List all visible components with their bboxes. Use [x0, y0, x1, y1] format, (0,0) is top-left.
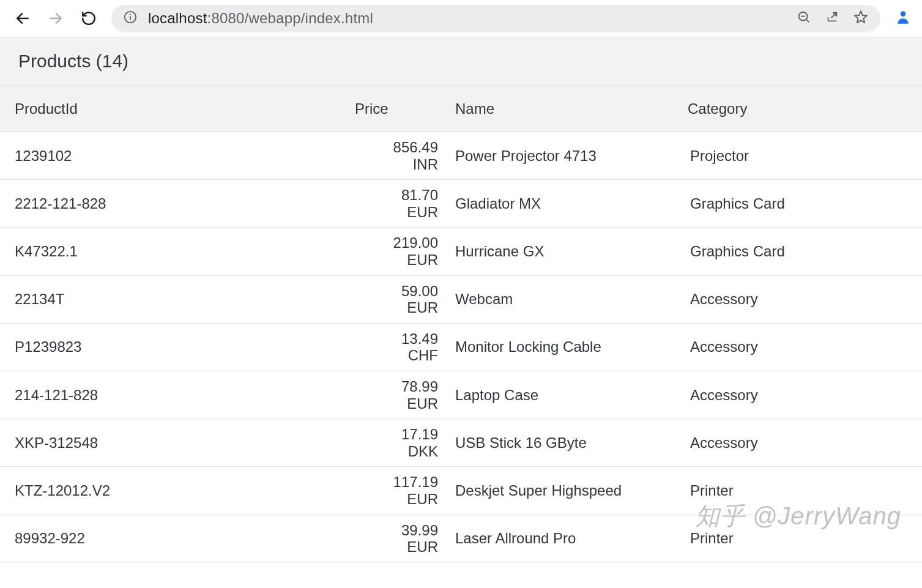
address-bar-actions — [797, 10, 868, 27]
cell-price: 13.49 CHF — [345, 330, 443, 364]
profile-icon[interactable] — [895, 8, 911, 29]
table-row[interactable]: K47322.1219.00 EURHurricane GXGraphics C… — [0, 228, 922, 275]
cell-productid: 2212-121-828 — [15, 195, 345, 212]
products-table: ProductId Price Name Category 1239102856… — [0, 86, 922, 563]
forward-button[interactable] — [48, 10, 64, 26]
cell-name: Power Projector 4713 — [443, 147, 688, 165]
cell-name: Monitor Locking Cable — [443, 338, 688, 355]
cell-name: Laptop Case — [443, 387, 688, 404]
cell-price: 78.99 EUR — [345, 378, 443, 412]
cell-productid: 22134T — [15, 291, 345, 308]
cell-name: Webcam — [443, 291, 688, 308]
page-title: Products (14) — [18, 51, 904, 72]
table-header-row: ProductId Price Name Category — [0, 86, 922, 132]
cell-price: 17.19 DKK — [345, 426, 443, 460]
cell-productid: KTZ-12012.V2 — [15, 482, 345, 499]
cell-name: Hurricane GX — [443, 243, 688, 260]
address-bar[interactable]: localhost:8080/webapp/index.html — [111, 5, 880, 32]
table-row[interactable]: P123982313.49 CHFMonitor Locking CableAc… — [0, 324, 922, 371]
cell-category: Accessory — [688, 291, 907, 308]
cell-category: Projector — [688, 147, 907, 165]
cell-category: Accessory — [688, 434, 907, 452]
back-button[interactable] — [15, 10, 31, 26]
cell-productid: XKP-312548 — [15, 434, 345, 452]
cell-price: 81.70 EUR — [345, 187, 443, 220]
url-port: :8080 — [207, 10, 245, 26]
url-path: /webapp/index.html — [245, 10, 373, 26]
cell-price: 39.99 EUR — [345, 522, 443, 556]
cell-name: USB Stick 16 GByte — [443, 434, 688, 452]
svg-point-9 — [901, 11, 906, 17]
reload-button[interactable] — [81, 10, 97, 26]
table-row[interactable]: 89932-92239.99 EURLaser Allround ProPrin… — [0, 515, 922, 563]
cell-productid: 214-121-828 — [15, 387, 345, 404]
page-header: Products (14) — [0, 37, 922, 86]
cell-productid: K47322.1 — [15, 243, 345, 260]
cell-productid: P1239823 — [15, 338, 345, 355]
cell-category: Printer — [688, 530, 907, 547]
cell-category: Accessory — [688, 338, 907, 355]
svg-marker-8 — [855, 11, 867, 23]
browser-toolbar: localhost:8080/webapp/index.html — [0, 0, 922, 37]
col-header-name[interactable]: Name — [443, 100, 688, 117]
cell-category: Printer — [688, 482, 907, 499]
col-header-productid[interactable]: ProductId — [15, 100, 345, 117]
table-row[interactable]: XKP-31254817.19 DKKUSB Stick 16 GByteAcc… — [0, 419, 922, 467]
table-row[interactable]: 2212-121-82881.70 EURGladiator MXGraphic… — [0, 180, 922, 228]
svg-line-6 — [806, 20, 809, 23]
cell-price: 59.00 EUR — [345, 283, 443, 316]
cell-name: Laser Allround Pro — [443, 530, 688, 547]
col-header-price[interactable]: Price — [345, 100, 443, 117]
cell-price: 117.19 EUR — [345, 474, 443, 507]
url-text: localhost:8080/webapp/index.html — [148, 10, 786, 27]
bookmark-star-icon[interactable] — [853, 10, 868, 27]
cell-category: Accessory — [688, 387, 907, 404]
cell-name: Gladiator MX — [443, 195, 688, 212]
cell-productid: 1239102 — [15, 147, 345, 165]
cell-category: Graphics Card — [688, 195, 907, 212]
cell-price: 856.49 INR — [345, 139, 443, 173]
zoom-out-icon[interactable] — [797, 10, 811, 26]
nav-button-group — [9, 10, 97, 26]
svg-point-4 — [130, 13, 131, 15]
cell-name: Deskjet Super Highspeed — [443, 482, 688, 499]
table-body: 1239102856.49 INRPower Projector 4713Pro… — [0, 132, 922, 563]
table-row[interactable]: 1239102856.49 INRPower Projector 4713Pro… — [0, 132, 922, 180]
table-row[interactable]: KTZ-12012.V2117.19 EURDeskjet Super High… — [0, 467, 922, 515]
table-row[interactable]: 22134T59.00 EURWebcamAccessory — [0, 276, 922, 324]
col-header-category[interactable]: Category — [688, 100, 907, 117]
url-host: localhost — [148, 10, 207, 26]
cell-category: Graphics Card — [688, 243, 907, 260]
table-row[interactable]: 214-121-82878.99 EURLaptop CaseAccessory — [0, 371, 922, 419]
cell-price: 219.00 EUR — [345, 234, 443, 268]
site-info-icon[interactable] — [124, 10, 137, 26]
cell-productid: 89932-922 — [15, 530, 345, 547]
share-icon[interactable] — [825, 10, 839, 26]
